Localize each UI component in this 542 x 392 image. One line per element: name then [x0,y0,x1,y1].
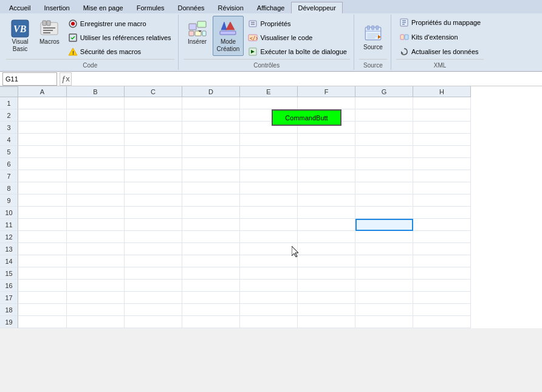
cell-E8[interactable] [240,182,298,194]
cell-A19[interactable] [18,316,67,328]
cell-A18[interactable] [18,304,67,316]
cell-G1[interactable] [355,97,413,109]
cell-F4[interactable] [298,134,355,146]
cell-G9[interactable] [355,194,413,207]
cell-A7[interactable] [18,170,67,182]
row-header-5[interactable]: 5 [0,146,18,158]
cell-H2[interactable] [413,109,471,122]
cell-H6[interactable] [413,158,471,170]
cell-F6[interactable] [298,158,355,170]
cell-E15[interactable] [240,267,298,280]
cell-C14[interactable] [125,255,182,267]
col-header-e[interactable]: E [240,86,298,97]
cell-B11[interactable] [67,219,125,231]
cell-D3[interactable] [182,122,240,134]
cell-B9[interactable] [67,194,125,207]
cell-D11[interactable] [182,219,240,231]
cell-B19[interactable] [67,316,125,328]
cell-G18[interactable] [355,304,413,316]
cell-G8[interactable] [355,182,413,194]
cell-C12[interactable] [125,231,182,243]
row-header-6[interactable]: 6 [0,158,18,170]
row-header-15[interactable]: 15 [0,267,18,280]
cell-F18[interactable] [298,304,355,316]
cell-D17[interactable] [182,292,240,304]
col-header-c[interactable]: C [125,86,182,97]
cell-G4[interactable] [355,134,413,146]
cell-A6[interactable] [18,158,67,170]
proprietes-mappage-button[interactable]: Propriétés du mappage [396,16,484,29]
cell-H16[interactable] [413,280,471,292]
cell-H19[interactable] [413,316,471,328]
cell-B18[interactable] [67,304,125,316]
cell-C2[interactable] [125,109,182,122]
cell-C8[interactable] [125,182,182,194]
cell-D10[interactable] [182,207,240,219]
tab-donnees[interactable]: Données [171,2,211,13]
cell-H15[interactable] [413,267,471,280]
cell-E12[interactable] [240,231,298,243]
row-header-1[interactable]: 1 [0,97,18,109]
cell-C11[interactable] [125,219,182,231]
cell-B15[interactable] [67,267,125,280]
cell-C16[interactable] [125,280,182,292]
cell-A10[interactable] [18,207,67,219]
cell-G16[interactable] [355,280,413,292]
cell-C6[interactable] [125,158,182,170]
cell-G10[interactable] [355,207,413,219]
cell-H11[interactable] [413,219,471,231]
macros-button[interactable]: Macros [35,16,64,49]
cell-F12[interactable] [298,231,355,243]
cell-H7[interactable] [413,170,471,182]
cell-A13[interactable] [18,243,67,255]
cell-F5[interactable] [298,146,355,158]
row-header-12[interactable]: 12 [0,231,18,243]
cell-C9[interactable] [125,194,182,207]
kits-button[interactable]: Kits d'extension [396,30,461,44]
cell-F7[interactable] [298,170,355,182]
tab-accueil[interactable]: Accueil [2,2,37,13]
cell-C4[interactable] [125,134,182,146]
cell-B16[interactable] [67,280,125,292]
col-header-a[interactable]: A [18,86,67,97]
cell-F19[interactable] [298,316,355,328]
cell-F10[interactable] [298,207,355,219]
cell-A11[interactable] [18,219,67,231]
col-header-f[interactable]: F [298,86,355,97]
cell-F16[interactable] [298,280,355,292]
source-button[interactable]: Source [359,21,387,54]
cell-D2[interactable] [182,109,240,122]
cell-C10[interactable] [125,207,182,219]
row-header-11[interactable]: 11 [0,219,18,231]
executer-button[interactable]: Exécuter la boîte de dialogue [245,45,350,58]
cell-G14[interactable] [355,255,413,267]
col-header-g[interactable]: G [355,86,413,97]
cell-E10[interactable] [240,207,298,219]
col-header-d[interactable]: D [182,86,240,97]
cell-C15[interactable] [125,267,182,280]
cell-H13[interactable] [413,243,471,255]
actualiser-button[interactable]: Actualiser les données [396,45,482,58]
row-header-13[interactable]: 13 [0,243,18,255]
visualiser-button[interactable]: </> Visualiser le code [245,31,350,44]
cell-C7[interactable] [125,170,182,182]
cell-B13[interactable] [67,243,125,255]
enregistrer-button[interactable]: Enregistrer une macro [65,17,174,30]
visual-basic-button[interactable]: VB Visual Basic [6,16,34,56]
cell-B8[interactable] [67,182,125,194]
proprietes-button[interactable]: Propriétés [245,17,350,30]
cell-E11[interactable] [240,219,298,231]
cell-B17[interactable] [67,292,125,304]
cell-E13[interactable] [240,243,298,255]
cell-C1[interactable] [125,97,182,109]
tab-revision[interactable]: Révision [211,2,250,13]
cell-A2[interactable] [18,109,67,122]
cell-D14[interactable] [182,255,240,267]
command-button[interactable]: CommandButt [272,109,341,126]
cell-G13[interactable] [355,243,413,255]
cell-F15[interactable] [298,267,355,280]
cell-H18[interactable] [413,304,471,316]
securite-button[interactable]: ! Sécurité des macros [65,45,174,58]
formula-input[interactable] [74,72,542,86]
cell-G2[interactable] [355,109,413,122]
